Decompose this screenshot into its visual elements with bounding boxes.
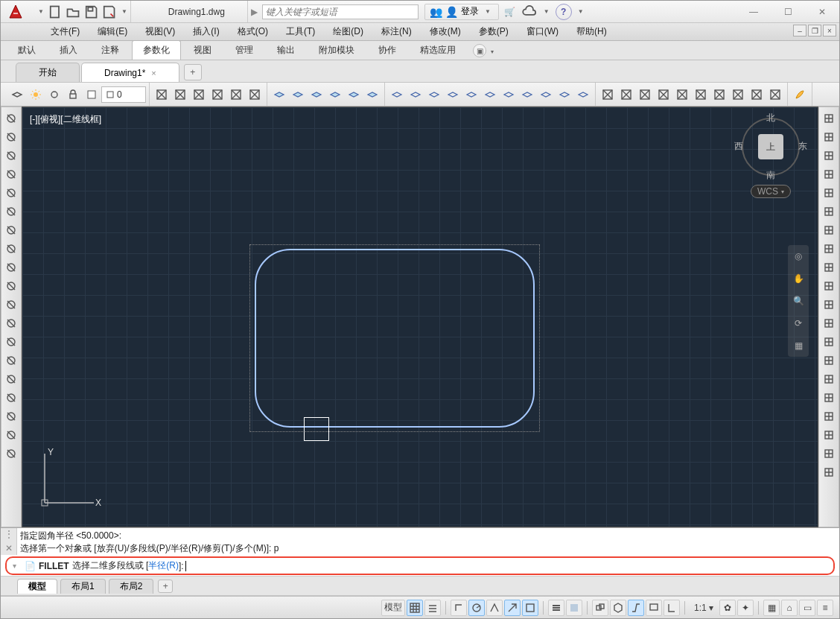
menu-item[interactable]: 工具(T) [277,23,324,40]
cart-icon[interactable]: 🛒 [502,4,518,20]
ribbon-tab[interactable]: 管理 [224,40,264,60]
right-measure-icon[interactable] [821,296,837,313]
ribbon-tab[interactable]: 参数化 [132,40,181,60]
left-copy-icon[interactable] [3,334,19,350]
left-array-icon[interactable] [3,203,19,220]
qat-open-icon[interactable] [65,4,81,20]
left-rect-icon[interactable] [3,259,19,276]
search-input[interactable] [262,4,419,19]
left-pline-icon[interactable] [3,278,19,294]
tb3-f-icon[interactable] [481,86,499,104]
layer-selector[interactable]: 0 [101,86,146,103]
tb2-a-icon[interactable] [270,86,288,104]
right-light-icon[interactable] [821,315,837,331]
wcs-badge[interactable]: WCS▾ [751,185,791,198]
app-logo[interactable] [1,1,31,22]
menu-item[interactable]: 视图(V) [136,23,184,40]
right-section-icon[interactable] [821,259,837,276]
sb-scale[interactable]: 1:1 ▾ [690,603,718,613]
tb1-d-icon[interactable] [209,86,226,104]
sb-polar-icon[interactable] [468,600,485,616]
qat-save-icon[interactable] [83,4,99,20]
help-icon[interactable]: ? [556,4,572,20]
right-camera-icon[interactable] [821,334,837,350]
right-steer-icon[interactable] [821,166,837,182]
tb3-e-icon[interactable] [462,86,480,104]
file-tab-close-icon[interactable]: × [151,69,156,77]
sb-ws-icon[interactable]: ▦ [763,600,780,616]
left-mirror-icon[interactable] [3,166,19,182]
layout-tab[interactable]: 布局1 [60,579,106,594]
tb4-i-icon[interactable] [748,86,766,104]
right-lock-icon[interactable] [821,390,837,406]
ribbon-expand-button[interactable]: ▣ [473,44,486,57]
right-pan-icon[interactable] [821,147,837,164]
menu-item[interactable]: 绘图(D) [324,23,372,40]
left-move-icon[interactable] [3,222,19,238]
tb3-b-icon[interactable] [407,86,424,104]
menu-item[interactable]: 窗口(W) [518,23,567,40]
tb4-e-icon[interactable] [673,86,691,104]
nav-pan-icon[interactable]: ✋ [790,270,806,287]
right-walk-icon[interactable] [821,371,837,387]
maximize-button[interactable]: ☐ [771,1,805,22]
tb1-a-icon[interactable] [153,86,171,104]
sb-otrack-icon[interactable] [522,600,538,616]
tb4-f-icon[interactable] [692,86,710,104]
viewport-label[interactable]: [-][俯视][二维线框] [30,113,101,126]
tb3-g-icon[interactable] [500,86,518,104]
sb-gear-icon[interactable]: ✿ [719,600,736,616]
login-button[interactable]: 👥 👤 登录 ▼ [424,4,499,20]
tb3-h-icon[interactable] [518,86,536,104]
sb-iso-icon[interactable] [486,600,503,616]
cloud-arrow-icon[interactable]: ▼ [541,8,553,15]
ribbon-tab[interactable]: 视图 [182,40,223,60]
layout-tab[interactable]: 模型 [17,579,57,594]
sb-model-button[interactable]: 模型 [381,600,405,616]
view-cube[interactable]: 上 北 南 东 西 WCS▾ [737,113,804,198]
tb2-f-icon[interactable] [363,86,381,104]
sb-anno-icon[interactable]: ✦ [737,600,754,616]
nav-wheel-icon[interactable]: ◎ [790,248,806,264]
ribbon-tab[interactable]: 精选应用 [409,40,467,60]
command-side-handle[interactable]: ⋮✕ [1,528,17,555]
sb-grid-icon[interactable] [407,600,423,616]
ribbon-tab[interactable]: 插入 [48,40,89,60]
file-tab-add-button[interactable]: + [184,64,202,80]
right-zoom-icon[interactable] [821,185,837,201]
sb-trans-icon[interactable] [566,600,582,616]
ribbon-tab[interactable]: 默认 [7,40,47,60]
sb-qp-icon[interactable] [646,600,662,616]
right-render-icon[interactable] [821,241,837,257]
tb3-k-icon[interactable] [574,86,592,104]
sb-dyn-icon[interactable] [628,600,644,616]
sb-lwt-icon[interactable] [548,600,564,616]
right-mat-icon[interactable] [821,352,837,369]
mdi-minimize-button[interactable]: – [793,25,806,36]
layer-lock-icon[interactable] [64,86,82,104]
tb4-b-icon[interactable] [617,86,635,104]
layout-tab[interactable]: 布局2 [109,579,154,594]
left-arc-icon[interactable] [3,147,19,164]
menu-item[interactable]: 标注(N) [372,23,421,40]
right-layout-icon[interactable] [821,278,837,294]
tb1-e-icon[interactable] [227,86,245,104]
menu-item[interactable]: 参数(P) [470,23,518,40]
tb2-c-icon[interactable] [308,86,325,104]
layout-add-button[interactable]: + [158,580,173,593]
mdi-restore-button[interactable]: ❐ [808,25,821,36]
viewcube-west[interactable]: 西 [734,140,743,153]
layer-freeze-icon[interactable] [45,86,63,104]
sb-sc-icon[interactable] [664,600,680,616]
brush-icon[interactable] [791,86,809,104]
right-clip-icon[interactable] [821,445,837,462]
file-tab[interactable]: Drawing1*× [81,63,179,82]
left-rotate-icon[interactable] [3,241,19,257]
tb2-b-icon[interactable] [289,86,307,104]
sb-3dosnap-icon[interactable] [610,600,626,616]
tb4-h-icon[interactable] [729,86,747,104]
tb1-c-icon[interactable] [190,86,208,104]
right-3dorbit-icon[interactable] [821,203,837,220]
tb1-f-icon[interactable] [246,86,264,104]
left-fillet-icon[interactable] [3,371,19,387]
